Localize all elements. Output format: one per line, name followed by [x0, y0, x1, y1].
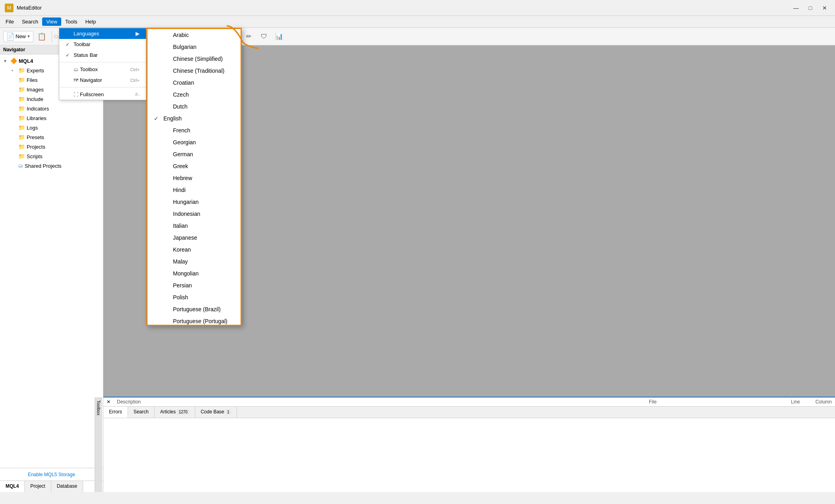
lang-bulgarian[interactable]: Bulgarian: [148, 41, 241, 53]
minimize-button[interactable]: —: [790, 4, 802, 12]
lang-persian-label: Persian: [173, 282, 192, 289]
lang-georgian[interactable]: Georgian: [148, 136, 241, 148]
lang-hebrew[interactable]: Hebrew: [148, 172, 241, 184]
lang-croatian-label: Croatian: [173, 79, 194, 86]
view-menu-statusbar[interactable]: ✓ Status Bar: [59, 50, 146, 60]
nav-tab-mql4[interactable]: MQL4: [0, 481, 25, 492]
languages-arrow-icon: ▶: [136, 31, 140, 37]
toolbox-tab-errors[interactable]: Errors: [103, 407, 128, 418]
lang-mongolian-label: Mongolian: [173, 270, 199, 277]
chart-button[interactable]: 📊: [272, 30, 286, 43]
toolbox-tab-articles[interactable]: Articles 1270: [155, 407, 195, 418]
tree-logs-label: Logs: [27, 125, 38, 131]
tree-experts-label: Experts: [27, 68, 44, 74]
nav-tab-project[interactable]: Project: [25, 481, 51, 492]
lang-czech-label: Czech: [173, 91, 189, 98]
view-menu-toolbox[interactable]: 🗂 Toolbox Ctrl+: [59, 64, 146, 75]
view-menu-fullscreen[interactable]: ⛶ Fullscreen F-: [59, 89, 146, 100]
lang-malay-label: Malay: [173, 258, 188, 265]
lang-english[interactable]: ✓ English: [148, 112, 241, 124]
lang-portuguese-portugal[interactable]: Portuguese (Portugal): [148, 315, 241, 326]
lang-french[interactable]: French: [148, 124, 241, 136]
menu-search[interactable]: Search: [18, 17, 42, 26]
lang-hindi[interactable]: Hindi: [148, 184, 241, 196]
lang-dutch[interactable]: Dutch: [148, 101, 241, 112]
toolbox-column-headers: Description File Line Column: [114, 397, 835, 406]
navigator-footer: Enable MQL5 Storage: [0, 468, 103, 481]
lang-german[interactable]: German: [148, 148, 241, 160]
lang-hungarian[interactable]: Hungarian: [148, 196, 241, 208]
tree-images-label: Images: [27, 87, 44, 93]
pen-button[interactable]: ✏: [242, 30, 256, 43]
tree-indicators-label: Indicators: [27, 106, 49, 112]
lang-hindi-label: Hindi: [173, 187, 186, 193]
toolbar-separator-1: [52, 31, 52, 42]
toolbox-vert-tab[interactable]: Toolbox: [95, 397, 102, 492]
col-line: Line: [768, 399, 800, 405]
toolbox-close-btn[interactable]: ✕: [103, 397, 114, 406]
lang-chinese-traditional[interactable]: Chinese (Traditional): [148, 65, 241, 77]
tree-libraries[interactable]: 📁 Libraries: [0, 113, 103, 123]
lang-italian[interactable]: Italian: [148, 220, 241, 232]
view-menu-navigator[interactable]: 🗺 Navigator Ctrl+: [59, 75, 146, 85]
menu-view[interactable]: View: [42, 17, 61, 26]
tree-indicators[interactable]: 📁 Indicators: [0, 104, 103, 113]
menu-help[interactable]: Help: [81, 17, 100, 26]
tree-presets-label: Presets: [27, 134, 44, 140]
lang-korean[interactable]: Korean: [148, 244, 241, 256]
maximize-button[interactable]: □: [805, 4, 816, 12]
lang-korean-label: Korean: [173, 246, 191, 253]
lang-croatian[interactable]: Croatian: [148, 77, 241, 89]
lang-french-label: French: [173, 127, 190, 134]
view-menu-languages-label: Languages: [74, 31, 99, 37]
lang-georgian-label: Georgian: [173, 139, 196, 145]
view-menu-toolbar[interactable]: ✓ Toolbar: [59, 39, 146, 50]
shield-button[interactable]: 🛡: [257, 30, 271, 43]
tree-projects[interactable]: 📁 Projects: [0, 142, 103, 151]
toolbox-tab-search[interactable]: Search: [128, 407, 155, 418]
new-button[interactable]: 📄 New ▼: [3, 31, 33, 42]
navigator-panel: Navigator ▼ 🔶 MQL4 + 📁 Experts 📁 Files 📁: [0, 45, 103, 492]
lang-greek-label: Greek: [173, 163, 188, 169]
nav-tab-database[interactable]: Database: [51, 481, 83, 492]
menu-bar: File Search View Tools Help: [0, 16, 835, 28]
menu-file[interactable]: File: [2, 17, 18, 26]
storage-link[interactable]: Enable MQL5 Storage: [28, 472, 75, 477]
lang-polish[interactable]: Polish: [148, 291, 241, 303]
lang-greek[interactable]: Greek: [148, 160, 241, 172]
lang-portuguese-brazil[interactable]: Portuguese (Brazil): [148, 303, 241, 315]
new-dropdown-button[interactable]: 📋: [35, 30, 49, 43]
indicators-folder-icon: 📁: [18, 105, 25, 112]
tree-logs[interactable]: 📁 Logs: [0, 123, 103, 132]
toolbox-header-row: ✕ Description File Line Column: [103, 397, 835, 407]
expand-icon: ▼: [3, 59, 9, 63]
images-folder-icon: 📁: [18, 86, 25, 93]
lang-persian[interactable]: Persian: [148, 279, 241, 291]
shared-doc-icon: 🗂: [18, 163, 23, 169]
tree-scripts-label: Scripts: [27, 153, 43, 159]
lang-japanese[interactable]: Japanese: [148, 232, 241, 244]
lang-malay[interactable]: Malay: [148, 256, 241, 268]
view-menu-sep-1: [59, 62, 146, 62]
tree-scripts[interactable]: 📁 Scripts: [0, 151, 103, 161]
toolbox-tab-codebase[interactable]: Code Base 1: [195, 407, 237, 418]
files-folder-icon: 📁: [18, 77, 25, 83]
lang-czech[interactable]: Czech: [148, 89, 241, 101]
lang-indonesian[interactable]: Indonesian: [148, 208, 241, 220]
app-title: MetaEditor: [17, 5, 42, 11]
languages-submenu: Arabic Bulgarian Chinese (Simplified) Ch…: [146, 28, 242, 326]
projects-folder-icon: 📁: [18, 143, 25, 150]
lang-chinese-simplified[interactable]: Chinese (Simplified): [148, 53, 241, 65]
toolbox-tabs: Errors Search Articles 1270 Code Base 1: [103, 407, 835, 418]
lang-portuguese-portugal-label: Portuguese (Portugal): [173, 318, 227, 324]
lang-indonesian-label: Indonesian: [173, 211, 200, 217]
lang-arabic[interactable]: Arabic: [148, 29, 241, 41]
close-button[interactable]: ✕: [819, 4, 830, 12]
tree-shared[interactable]: 🗂 Shared Projects: [0, 161, 103, 171]
view-menu-languages[interactable]: Languages ▶: [59, 28, 146, 39]
tree-presets[interactable]: 📁 Presets: [0, 132, 103, 142]
menu-tools[interactable]: Tools: [61, 17, 81, 26]
tree-libraries-label: Libraries: [27, 115, 47, 121]
presets-folder-icon: 📁: [18, 134, 25, 140]
lang-mongolian[interactable]: Mongolian: [148, 268, 241, 279]
